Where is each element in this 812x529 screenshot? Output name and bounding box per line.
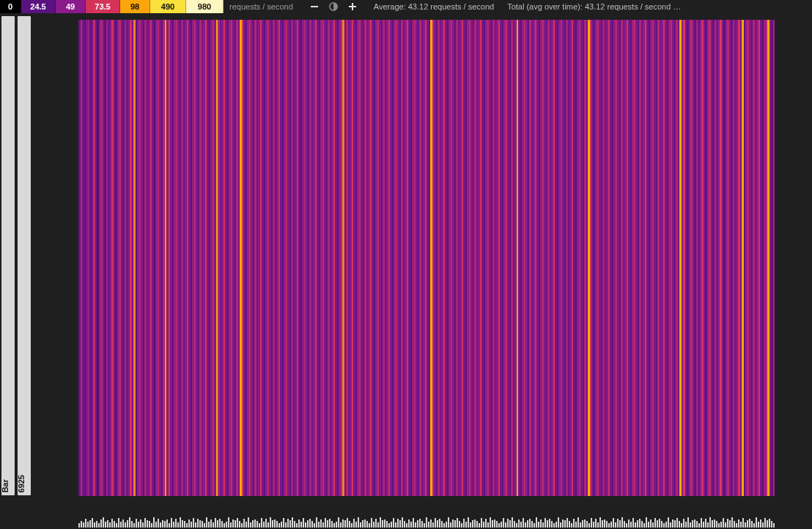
mini-bar <box>472 520 473 528</box>
mini-bar <box>158 519 159 528</box>
mini-bar <box>720 522 722 528</box>
mini-bar <box>487 522 489 528</box>
mini-bar <box>525 522 526 528</box>
mini-bar <box>465 522 467 528</box>
mini-bar <box>716 521 717 528</box>
mini-bar <box>626 523 627 528</box>
legend-chip-49[interactable]: 49 <box>56 0 86 13</box>
mini-bar <box>736 523 737 528</box>
mini-bar <box>377 522 379 528</box>
mini-bar <box>663 523 665 528</box>
legend-chip-0[interactable]: 0 <box>0 0 21 13</box>
mini-bar <box>270 517 271 528</box>
mini-bar <box>228 517 229 528</box>
mini-bar <box>692 520 693 528</box>
mini-bar <box>338 517 339 528</box>
mini-bar <box>375 519 377 528</box>
legend-chip-98[interactable]: 98 <box>120 0 150 13</box>
mini-bar <box>547 520 548 528</box>
mini-bar <box>430 519 432 528</box>
legend-chip-490[interactable]: 490 <box>150 0 186 13</box>
mini-bar <box>318 522 320 528</box>
mini-bar <box>111 519 113 528</box>
mini-bar <box>696 521 698 528</box>
mini-bar <box>731 517 733 528</box>
mini-bar <box>169 523 170 528</box>
top-bar: 024.54973.598490980 requests / second Av… <box>0 0 812 13</box>
stat-average: Average: 43.12 requests / second <box>374 0 494 13</box>
mini-bar <box>191 522 192 528</box>
legend-chip-24.5[interactable]: 24.5 <box>21 0 56 13</box>
gutter-column-2[interactable]: 6925 <box>18 16 31 495</box>
mini-bar <box>215 518 216 528</box>
mini-bar <box>105 522 106 528</box>
mini-bar <box>85 519 86 528</box>
mini-bar <box>395 522 396 528</box>
mini-bar <box>219 519 221 528</box>
mini-bar <box>256 521 258 528</box>
mini-bar <box>391 522 392 528</box>
mini-bar <box>182 520 183 528</box>
mini-bar <box>364 519 366 528</box>
mini-bar <box>325 518 326 528</box>
mini-bar <box>195 522 196 528</box>
mini-bar <box>331 521 333 528</box>
mini-bar <box>751 521 753 528</box>
mini-bar <box>648 522 649 528</box>
mini-bar-chart[interactable] <box>78 506 776 528</box>
mini-bar <box>650 519 652 528</box>
mini-bar <box>725 522 726 528</box>
mini-bar <box>393 518 394 528</box>
color-legend: 024.54973.598490980 <box>0 0 224 13</box>
mini-bar <box>428 522 429 528</box>
mini-bar <box>588 523 590 528</box>
legend-chip-980[interactable]: 980 <box>186 0 224 13</box>
mini-bar <box>470 522 471 528</box>
mini-bar <box>771 521 772 528</box>
mini-bar <box>122 519 124 528</box>
mini-bar <box>501 522 502 528</box>
mini-bar <box>131 521 133 528</box>
mini-bar <box>540 519 542 528</box>
mini-bar <box>103 517 104 528</box>
legend-chip-73.5[interactable]: 73.5 <box>86 0 120 13</box>
gutter-column-1[interactable]: Bar <box>1 16 15 495</box>
mini-bar <box>613 518 614 528</box>
mini-bar <box>512 517 513 528</box>
mini-bar <box>523 518 524 528</box>
contrast-icon[interactable] <box>325 0 342 13</box>
mini-bar <box>186 523 188 528</box>
mini-bar <box>316 517 317 528</box>
zoom-in-button[interactable] <box>344 0 361 13</box>
mini-bar <box>96 521 97 528</box>
mini-bar <box>230 522 232 528</box>
mini-bar <box>287 519 289 528</box>
mini-bar <box>580 522 581 528</box>
mini-bar <box>278 523 280 528</box>
mini-bar <box>553 523 555 528</box>
mini-bar <box>773 523 775 528</box>
mini-bar <box>347 518 348 528</box>
mini-bar <box>571 523 572 528</box>
mini-bar <box>307 520 309 528</box>
mini-bar <box>454 520 456 528</box>
mini-bar <box>443 523 445 528</box>
mini-bar <box>322 522 324 528</box>
mini-bar <box>641 521 643 528</box>
mini-bar <box>742 518 744 528</box>
mini-bar <box>681 523 682 528</box>
mini-bar <box>637 520 638 528</box>
mini-bar <box>703 522 704 528</box>
mini-bar <box>463 519 465 528</box>
mini-bar <box>621 517 623 528</box>
mini-bar <box>241 523 243 528</box>
mini-bar <box>542 522 544 528</box>
stat-total: Total (avg over time): 43.12 requests / … <box>507 0 681 13</box>
mini-bar <box>729 520 731 528</box>
mini-bar <box>353 519 355 528</box>
mini-bar <box>452 519 454 528</box>
mini-bar <box>509 520 511 528</box>
heatmap-canvas[interactable] <box>78 20 776 496</box>
mini-bar <box>476 521 478 528</box>
zoom-out-button[interactable] <box>306 0 322 13</box>
